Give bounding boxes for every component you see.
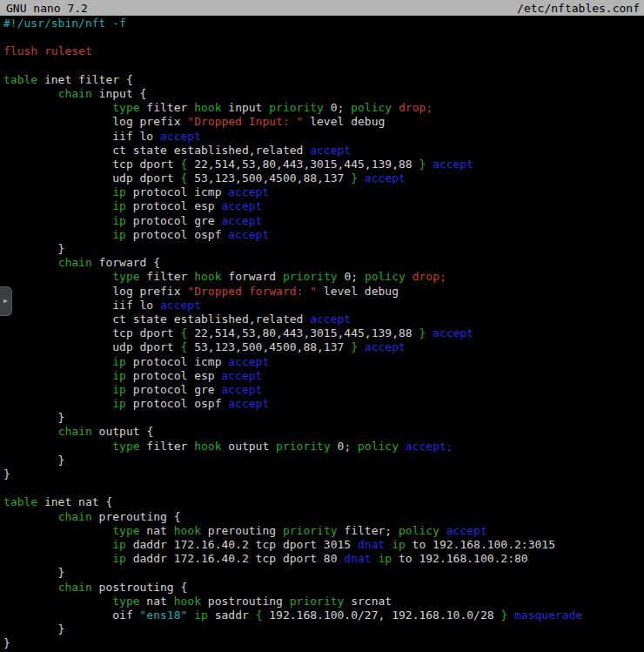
code-line: log prefix "Dropped forward: " level deb… — [3, 285, 644, 299]
code-line: type filter hook output priority 0; poli… — [3, 440, 644, 454]
editor-buffer[interactable]: #!/usr/sbin/nft -fflush rulesettable ine… — [0, 16, 644, 650]
terminal-window: GNU nano 7.2 /etc/nftables.conf #!/usr/s… — [0, 0, 644, 652]
code-line: ct state established,related accept — [3, 144, 644, 158]
code-line: #!/usr/sbin/nft -f — [3, 17, 644, 30]
code-line: ip protocol gre accept — [3, 383, 644, 397]
code-line: } — [3, 566, 644, 580]
code-line: type nat hook prerouting priority filter… — [3, 524, 644, 538]
code-line: chain postrouting { — [3, 581, 644, 595]
code-line: ip protocol icmp accept — [3, 355, 644, 369]
code-line: chain input { — [3, 87, 644, 101]
code-line: log prefix "Dropped Input: " level debug — [3, 115, 644, 129]
code-line: } — [3, 622, 644, 636]
file-path: /etc/nftables.conf — [517, 2, 640, 15]
code-line: } — [3, 467, 644, 481]
code-line — [3, 30, 644, 44]
nano-titlebar: GNU nano 7.2 /etc/nftables.conf — [0, 0, 644, 16]
expand-panel-icon: ▶ — [3, 298, 8, 305]
code-line: table inet filter { — [3, 73, 644, 87]
code-line: udp dport { 53,123,500,4500,88,137 } acc… — [3, 340, 644, 354]
code-line: type filter hook input priority 0; polic… — [3, 101, 644, 115]
side-panel-toggle[interactable]: ▶ — [0, 286, 12, 316]
code-line: ct state established,related accept — [3, 313, 644, 326]
code-line: } — [3, 636, 644, 650]
code-line: } — [3, 411, 644, 425]
code-line: flush ruleset — [3, 44, 644, 58]
code-line: tcp dport { 22,514,53,80,443,3015,445,13… — [3, 158, 644, 171]
code-line: ip protocol ospf accept — [3, 397, 644, 411]
code-line: ip protocol esp accept — [3, 369, 644, 383]
code-line: iif lo accept — [3, 130, 644, 144]
code-line: type filter hook forward priority 0; pol… — [3, 270, 644, 284]
code-line: ip protocol gre accept — [3, 214, 644, 228]
code-line: type nat hook postrouting priority srcna… — [3, 595, 644, 608]
nano-version-label: GNU nano 7.2 — [6, 2, 88, 15]
code-line: chain prerouting { — [3, 510, 644, 524]
code-line: chain forward { — [3, 256, 644, 270]
code-line: ip daddr 172.16.40.2 tcp dport 80 dnat i… — [3, 552, 644, 566]
code-line: } — [3, 454, 644, 467]
code-line: chain output { — [3, 425, 644, 439]
code-line: ip protocol ospf accept — [3, 228, 644, 242]
code-line: table inet nat { — [3, 495, 644, 509]
code-line: udp dport { 53,123,500,4500,88,137 } acc… — [3, 171, 644, 185]
code-line: iif lo accept — [3, 299, 644, 313]
code-line — [3, 481, 644, 495]
code-line: ip protocol esp accept — [3, 199, 644, 213]
code-line: oif "ens18" ip saddr { 192.168.100.0/27,… — [3, 608, 644, 622]
code-line — [3, 59, 644, 73]
code-line: tcp dport { 22,514,53,80,443,3015,445,13… — [3, 326, 644, 340]
code-line: ip daddr 172.16.40.2 tcp dport 3015 dnat… — [3, 538, 644, 552]
code-line: ip protocol icmp accept — [3, 185, 644, 199]
code-line: } — [3, 242, 644, 256]
